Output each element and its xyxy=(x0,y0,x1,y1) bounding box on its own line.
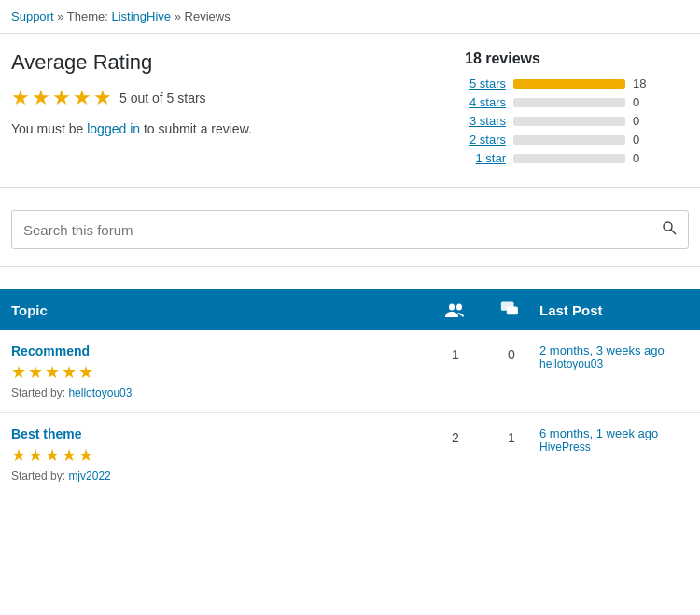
topic-author-link-0[interactable]: hellotoyou03 xyxy=(68,386,132,399)
bar-label-0[interactable]: 5 stars xyxy=(465,77,506,91)
star-text: 5 out of 5 stars xyxy=(119,91,206,105)
stars-row: ★ ★ ★ ★ ★ 5 out of 5 stars xyxy=(11,88,446,108)
bar-track-4 xyxy=(513,154,625,163)
topic-star-0-3: ★ xyxy=(62,362,77,383)
average-rating-title: Average Rating xyxy=(11,50,446,75)
bar-track-1 xyxy=(513,98,625,107)
topic-started-0: Started by: hellotoyou03 xyxy=(11,386,427,399)
search-icon xyxy=(662,220,677,235)
topics-header: Topic Last Post xyxy=(0,289,700,330)
voices-icon xyxy=(444,301,467,319)
posts-icon xyxy=(500,301,523,319)
topic-voices-1: 2 xyxy=(427,426,483,445)
star-3: ★ xyxy=(52,88,71,108)
rating-right: 18 reviews 5 stars184 stars03 stars02 st… xyxy=(465,50,689,170)
search-box xyxy=(11,210,689,249)
topic-star-0-1: ★ xyxy=(28,362,43,383)
topic-lastpost-0: 2 months, 3 weeks agohellotoyou03 xyxy=(539,343,689,370)
rating-section: Average Rating ★ ★ ★ ★ ★ 5 out of 5 star… xyxy=(0,34,700,188)
svg-line-1 xyxy=(671,230,676,234)
breadcrumb-listinghive-link[interactable]: ListingHive xyxy=(112,9,172,23)
svg-point-0 xyxy=(664,222,672,231)
bar-track-2 xyxy=(513,117,625,126)
login-link[interactable]: logged in xyxy=(87,121,140,136)
star-4: ★ xyxy=(73,88,91,108)
bar-row-0: 5 stars18 xyxy=(465,77,689,91)
header-lastpost: Last Post xyxy=(539,302,689,318)
topic-stars-1: ★★★★★ xyxy=(11,445,427,466)
table-row: Recommend★★★★★Started by: hellotoyou0310… xyxy=(0,330,700,413)
topic-posts-1: 1 xyxy=(483,426,539,445)
bar-count-3: 0 xyxy=(633,133,648,147)
search-input[interactable] xyxy=(12,213,651,247)
header-voices xyxy=(427,301,483,319)
search-button[interactable] xyxy=(651,211,688,248)
svg-point-2 xyxy=(449,304,455,311)
topic-lastpost-1: 6 months, 1 week agoHivePress xyxy=(539,426,689,454)
login-pre: You must be xyxy=(11,121,87,136)
bar-label-4[interactable]: 1 star xyxy=(465,151,506,165)
breadcrumb-theme-label: Theme: xyxy=(67,9,108,23)
bar-label-1[interactable]: 4 stars xyxy=(465,95,506,109)
topic-info-0: Recommend★★★★★Started by: hellotoyou03 xyxy=(11,343,427,399)
rating-left: Average Rating ★ ★ ★ ★ ★ 5 out of 5 star… xyxy=(11,50,446,170)
login-text: You must be logged in to submit a review… xyxy=(11,121,446,136)
bar-row-1: 4 stars0 xyxy=(465,95,689,109)
topics-list: Recommend★★★★★Started by: hellotoyou0310… xyxy=(0,330,700,496)
topic-star-0-0: ★ xyxy=(11,362,26,383)
svg-point-3 xyxy=(456,304,462,311)
topics-section: Topic Last Post Recommend★★★★★Started by… xyxy=(0,289,700,496)
topic-voices-0: 1 xyxy=(427,343,483,362)
topic-star-1-1: ★ xyxy=(28,445,43,466)
lastpost-by-0[interactable]: hellotoyou03 xyxy=(539,357,689,370)
bar-track-3 xyxy=(513,135,625,145)
search-section xyxy=(0,188,700,267)
breadcrumb: Support » Theme: ListingHive » Reviews xyxy=(0,0,700,34)
header-posts xyxy=(483,301,539,319)
star-1: ★ xyxy=(11,88,30,108)
topic-star-1-0: ★ xyxy=(11,445,26,466)
topic-title-1[interactable]: Best theme xyxy=(11,426,81,441)
header-topic: Topic xyxy=(11,302,427,318)
bar-row-3: 2 stars0 xyxy=(465,133,689,147)
topic-posts-0: 0 xyxy=(483,343,539,362)
topic-title-0[interactable]: Recommend xyxy=(11,343,90,358)
topic-started-1: Started by: mjv2022 xyxy=(11,469,427,482)
bar-track-0 xyxy=(513,79,625,89)
rating-bars: 5 stars184 stars03 stars02 stars01 star0 xyxy=(465,77,689,165)
svg-rect-5 xyxy=(507,307,518,315)
star-2: ★ xyxy=(32,88,50,108)
bar-fill-0 xyxy=(513,79,625,89)
bar-row-2: 3 stars0 xyxy=(465,114,689,128)
login-post: to submit a review. xyxy=(140,121,252,136)
topic-star-1-2: ★ xyxy=(45,445,60,466)
topic-author-link-1[interactable]: mjv2022 xyxy=(68,469,110,482)
star-display: ★ ★ ★ ★ ★ xyxy=(11,88,112,108)
lastpost-time-1[interactable]: 6 months, 1 week ago xyxy=(539,426,689,440)
star-5: ★ xyxy=(93,88,112,108)
table-row: Best theme★★★★★Started by: mjv2022216 mo… xyxy=(0,413,700,496)
breadcrumb-sep2: » xyxy=(175,9,181,23)
bar-count-2: 0 xyxy=(633,114,648,128)
breadcrumb-reviews: Reviews xyxy=(185,9,231,23)
topic-star-0-2: ★ xyxy=(45,362,60,383)
bar-count-1: 0 xyxy=(633,95,648,109)
topic-info-1: Best theme★★★★★Started by: mjv2022 xyxy=(11,426,427,482)
bar-label-3[interactable]: 2 stars xyxy=(465,133,506,147)
bar-label-2[interactable]: 3 stars xyxy=(465,114,506,128)
topic-stars-0: ★★★★★ xyxy=(11,362,427,383)
breadcrumb-support-link[interactable]: Support xyxy=(11,9,54,23)
lastpost-time-0[interactable]: 2 months, 3 weeks ago xyxy=(539,343,689,357)
topic-star-0-4: ★ xyxy=(78,362,93,383)
reviews-count: 18 reviews xyxy=(465,50,689,67)
bar-count-0: 18 xyxy=(633,77,648,91)
topic-star-1-3: ★ xyxy=(62,445,77,466)
bar-row-4: 1 star0 xyxy=(465,151,689,165)
topic-star-1-4: ★ xyxy=(78,445,93,466)
bar-count-4: 0 xyxy=(633,151,648,165)
lastpost-by-1[interactable]: HivePress xyxy=(539,440,689,454)
breadcrumb-sep1: » xyxy=(57,9,63,23)
